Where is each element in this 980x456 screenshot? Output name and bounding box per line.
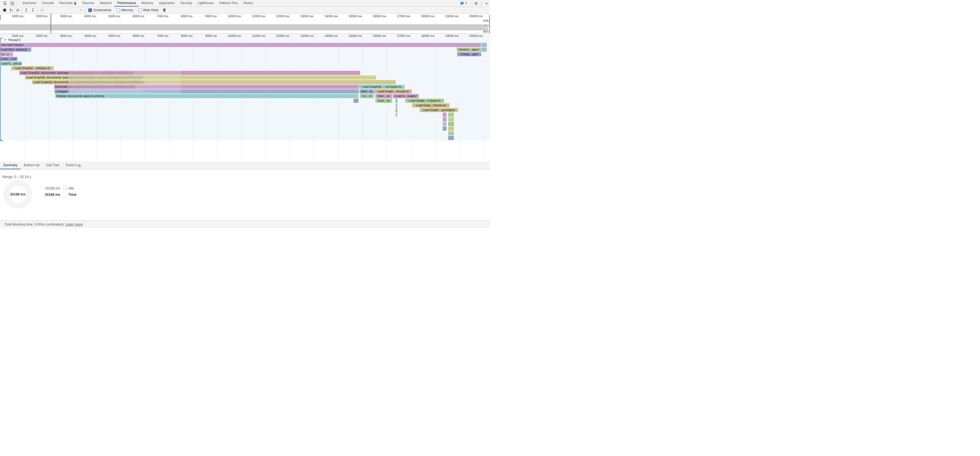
flame-bar-label: Load GraphQL documents: package bbox=[20, 71, 68, 75]
settings-gear-icon[interactable]: ⚙ bbox=[474, 2, 478, 5]
tab-memory[interactable]: Memory bbox=[138, 0, 156, 6]
load-profile-button[interactable]: ↥ bbox=[23, 7, 30, 13]
flame-bar[interactable]: Lo…s bbox=[0, 52, 13, 56]
flame-bar[interactable]: Co…ts bbox=[360, 94, 374, 98]
tab-redux[interactable]: Redux bbox=[241, 0, 256, 6]
summary-tab-bottom-up[interactable]: Bottom-Up bbox=[21, 162, 43, 169]
checkbox-unchecked-icon[interactable] bbox=[138, 8, 142, 12]
flame-bar-label: Codeg…ges/ bbox=[460, 52, 478, 56]
gridline bbox=[387, 14, 387, 33]
flame-bar[interactable]: Load Graph…/mocks.ts bbox=[374, 89, 412, 94]
flame-bar[interactable]: Load GraphQL …urn-types.ts bbox=[358, 85, 405, 89]
flame-bar[interactable]: executeCodegen bbox=[0, 43, 481, 47]
flame-bar[interactable]: Genera…ages/ bbox=[457, 48, 481, 52]
flame-bar-block[interactable] bbox=[443, 117, 447, 121]
flame-bar[interactable]: Validate documents against schema bbox=[55, 94, 353, 98]
checkbox-screenshots[interactable]: ✓Screenshots bbox=[88, 8, 111, 12]
reload-and-record-button[interactable]: ↻ bbox=[8, 7, 14, 13]
tab-adblock-plus[interactable]: Adblock Plus bbox=[216, 0, 240, 6]
devtools-tabs: ElementsConsoleRecorderSourcesNetworkPer… bbox=[20, 0, 256, 6]
issues-button[interactable]: 3 bbox=[458, 0, 469, 6]
flame-bar[interactable]: Load GraphQL documents: packages/base/gr… bbox=[25, 75, 376, 79]
thread-track-toggle[interactable]: ▼ Thread 0 bbox=[4, 38, 21, 41]
flame-bar-block[interactable] bbox=[353, 94, 358, 98]
issues-bubble-icon bbox=[460, 2, 464, 5]
overview-left-handle[interactable] bbox=[0, 15, 1, 20]
flame-bar-block[interactable] bbox=[396, 103, 397, 107]
flame-bar[interactable]: Load GraphQL documents: packages/base/gr… bbox=[32, 80, 396, 84]
flame-bar[interactable]: Load G…pes.ts bbox=[0, 62, 22, 66]
close-devtools-icon[interactable]: × bbox=[485, 1, 488, 6]
flame-bar-block[interactable] bbox=[443, 113, 447, 117]
tab-performance[interactable]: Performance bbox=[114, 0, 138, 6]
flame-bar[interactable]: Gen…ts bbox=[360, 89, 374, 94]
flame-bar-block[interactable] bbox=[353, 99, 358, 103]
flame-bar[interactable]: Cod….ts bbox=[375, 99, 392, 103]
checkbox-checked-icon[interactable]: ✓ bbox=[88, 8, 92, 12]
checkbox-web-vitals[interactable]: Web Vitals bbox=[138, 8, 159, 12]
flame-bar[interactable]: Load GraphQ…ed/types.ts bbox=[11, 66, 54, 70]
flame-bar[interactable]: Generate: packages/base/graphql-types/sr… bbox=[54, 85, 358, 89]
flame-bar-label: Gen…ts bbox=[361, 90, 372, 93]
kebab-menu-icon[interactable]: ⋮ bbox=[480, 2, 484, 5]
overview-right-handle[interactable] bbox=[489, 15, 490, 33]
devtools-tab-bar: ElementsConsoleRecorderSourcesNetworkPer… bbox=[0, 0, 490, 7]
flame-bar[interactable]: Load Grap…/mocks.ts bbox=[412, 103, 450, 107]
tab-console[interactable]: Console bbox=[39, 0, 57, 6]
ruler-tick-label: 7000 ms bbox=[149, 14, 169, 18]
flame-bar[interactable]: Gen….ts bbox=[375, 94, 392, 98]
record-button[interactable] bbox=[2, 7, 8, 13]
tab-security[interactable]: Security bbox=[177, 0, 195, 6]
flame-bar-block[interactable] bbox=[396, 108, 397, 112]
flame-bar-block[interactable] bbox=[448, 117, 454, 121]
flame-bar[interactable]: Load G…kages/ bbox=[393, 94, 418, 98]
flame-bar-block[interactable] bbox=[448, 131, 454, 135]
flame-bar-block[interactable] bbox=[396, 99, 397, 103]
checkbox-unchecked-icon[interactable] bbox=[116, 8, 120, 12]
ruler-tick-label: 13000 ms bbox=[294, 14, 313, 18]
save-profile-button[interactable]: ↧ bbox=[30, 7, 36, 13]
tab-label: Adblock Plus bbox=[219, 1, 238, 5]
tab-sources[interactable]: Sources bbox=[79, 0, 97, 6]
flame-bar-block[interactable] bbox=[482, 48, 487, 52]
flame-bar[interactable]: Load Graph…n-types.ts bbox=[405, 99, 444, 103]
tab-label: Lighthouse bbox=[198, 1, 214, 5]
tab-application[interactable]: Application bbox=[156, 0, 178, 6]
flame-bar-block[interactable] bbox=[396, 113, 397, 117]
gridline bbox=[339, 14, 339, 33]
flame-bar[interactable]: Codegen: packages/base/graphql-types/src… bbox=[55, 89, 359, 94]
clear-button[interactable]: ⊘ bbox=[14, 7, 21, 13]
ruler-tick-label: 1000 ms bbox=[3, 14, 23, 18]
flame-bar[interactable]: Load GraphQL documents: packages/base/gr… bbox=[19, 71, 360, 75]
flame-chart[interactable]: 1000 ms2000 ms3000 ms4000 ms5000 ms6000 … bbox=[0, 33, 490, 162]
gridline bbox=[363, 14, 363, 33]
flame-bar-block[interactable] bbox=[448, 113, 454, 117]
flame-bar-block[interactable] bbox=[448, 122, 454, 126]
gridline bbox=[48, 33, 49, 162]
learn-more-link[interactable]: Learn more bbox=[65, 222, 83, 226]
flame-bar-block[interactable] bbox=[443, 122, 447, 126]
device-toolbar-icon[interactable] bbox=[9, 0, 16, 6]
flame-bar[interactable]: Load …s.ts bbox=[0, 57, 18, 61]
tab-label: Redux bbox=[243, 1, 253, 5]
timeline-overview[interactable]: 1000 ms2000 ms3000 ms4000 ms5000 ms6000 … bbox=[0, 14, 490, 33]
tab-lighthouse[interactable]: Lighthouse bbox=[195, 0, 216, 6]
tab-elements[interactable]: Elements bbox=[20, 0, 39, 6]
flame-bar-block[interactable] bbox=[448, 136, 454, 140]
flame-bar[interactable]: Codeg…ges/ bbox=[457, 52, 481, 56]
inspect-element-icon[interactable] bbox=[2, 0, 9, 6]
history-dropdown[interactable]: #1 ▼ bbox=[38, 7, 84, 13]
summary-tab-summary[interactable]: Summary bbox=[0, 162, 21, 169]
checkbox-memory[interactable]: Memory bbox=[116, 8, 133, 12]
summary-tab-event-log[interactable]: Event Log bbox=[63, 162, 84, 169]
summary-tab-call-tree[interactable]: Call Tree bbox=[43, 162, 63, 169]
flame-bar-block[interactable] bbox=[482, 43, 487, 47]
flame-bar[interactable]: Load Graph…packages/ bbox=[420, 108, 458, 112]
flame-bar-block[interactable] bbox=[443, 127, 447, 131]
flame-bar-block[interactable] bbox=[448, 127, 454, 131]
overview-playhead[interactable] bbox=[51, 14, 51, 33]
tab-network[interactable]: Network bbox=[97, 0, 114, 6]
tab-recorder[interactable]: Recorder bbox=[57, 0, 79, 6]
flame-bar[interactable]: Load Gra…hema.ts bbox=[0, 48, 31, 52]
garbage-collect-icon[interactable] bbox=[161, 7, 168, 13]
